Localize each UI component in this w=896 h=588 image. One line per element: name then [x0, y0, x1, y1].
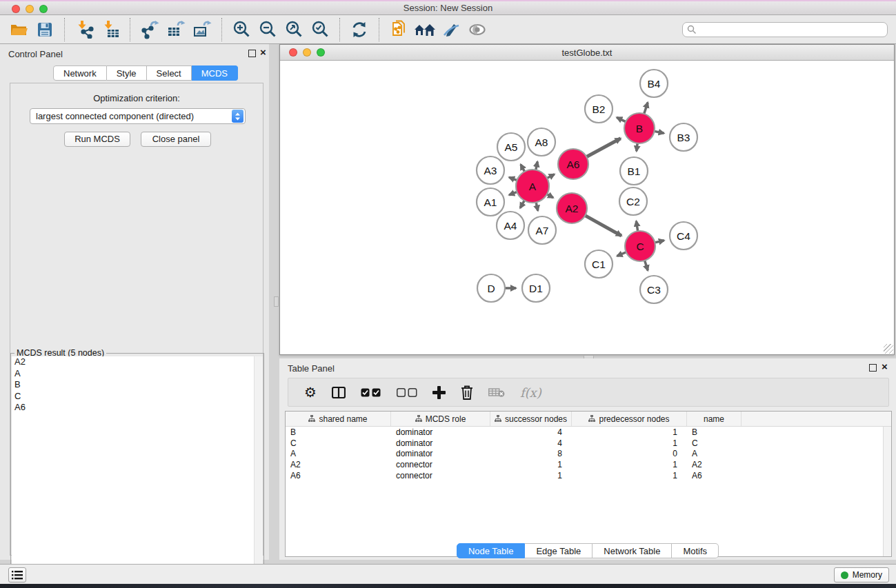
function-builder-icon[interactable]: f(x)	[520, 385, 541, 400]
result-list-item[interactable]: C	[12, 391, 254, 403]
graph-edge-A-A5[interactable]	[521, 164, 525, 171]
graph-node-B4[interactable]: B4	[640, 70, 668, 97]
add-column-icon[interactable]	[432, 386, 446, 399]
table-row[interactable]: A6connector11A6	[286, 470, 883, 481]
result-list-item[interactable]: B	[12, 379, 254, 391]
float-panel-icon[interactable]	[248, 50, 256, 57]
graph-node-B2[interactable]: B2	[585, 95, 613, 123]
graph-node-B[interactable]: B	[624, 113, 655, 143]
resize-grip[interactable]	[884, 344, 893, 354]
graph-node-B3[interactable]: B3	[670, 123, 697, 151]
export-image-icon[interactable]	[191, 19, 213, 41]
graph-node-C2[interactable]: C2	[619, 187, 647, 215]
table-scrollbar[interactable]	[883, 427, 891, 556]
tab-motifs[interactable]: Motifs	[672, 543, 719, 558]
table-header-row[interactable]: shared nameMCDS rolesuccessor nodesprede…	[286, 412, 891, 427]
graph-edge-A6-B[interactable]	[586, 139, 620, 157]
graph-edge-A-A4[interactable]	[520, 201, 524, 208]
graph-node-C3[interactable]: C3	[640, 276, 668, 303]
column-header-successor-nodes[interactable]: successor nodes	[490, 412, 572, 426]
refresh-layout-icon[interactable]	[348, 19, 370, 41]
column-header-name[interactable]: name	[687, 412, 741, 426]
graph-edge-B-B2[interactable]	[617, 117, 626, 121]
graph-node-A8[interactable]: A8	[528, 128, 555, 156]
zoom-in-icon[interactable]	[230, 19, 252, 41]
search-input[interactable]	[699, 25, 883, 34]
tab-style[interactable]: Style	[107, 65, 147, 81]
close-panel-button[interactable]: Close panel	[141, 132, 211, 147]
search-box[interactable]	[682, 22, 888, 37]
table-body[interactable]: Bdominator41BCdominator41CAdominator80AA…	[286, 427, 883, 556]
graph-node-A6[interactable]: A6	[558, 149, 588, 179]
float-table-panel-icon[interactable]	[869, 364, 877, 372]
graph-node-A5[interactable]: A5	[497, 133, 525, 161]
table-row[interactable]: Adominator80A	[286, 448, 883, 459]
graph-node-C4[interactable]: C4	[670, 222, 697, 250]
split-view-icon[interactable]	[332, 387, 346, 398]
graph-node-C1[interactable]: C1	[585, 250, 613, 278]
task-history-button[interactable]	[8, 567, 26, 582]
close-table-panel-icon[interactable]: ×	[882, 361, 888, 373]
home-view-icon[interactable]	[414, 19, 436, 41]
run-mcds-button[interactable]: Run MCDS	[64, 132, 130, 147]
settings-icon[interactable]: ⚙	[304, 384, 317, 401]
graph-node-D1[interactable]: D1	[522, 274, 550, 302]
zoom-fit-icon[interactable]	[283, 19, 305, 41]
select-all-icon[interactable]	[361, 388, 381, 397]
import-table-icon[interactable]	[99, 19, 121, 41]
table-row[interactable]: A2connector11A2	[286, 459, 883, 470]
export-network-icon[interactable]	[139, 19, 161, 41]
delete-column-icon[interactable]	[461, 385, 473, 400]
save-session-icon[interactable]	[34, 19, 56, 41]
network-canvas[interactable]: AA1A2A3A4A5A6A7A8BB1B2B3B4CC1C2C3C4DD1	[280, 61, 894, 354]
memory-button[interactable]: Memory	[834, 567, 889, 582]
graph-node-A7[interactable]: A7	[528, 216, 556, 244]
graph-edge-A-A3[interactable]	[509, 177, 517, 180]
mcds-result-list[interactable]: A2ABCA6	[12, 356, 254, 587]
graph-edge-A-A8[interactable]	[536, 161, 537, 170]
graph-node-C[interactable]: C	[625, 231, 655, 261]
graph-node-A1[interactable]: A1	[477, 188, 504, 216]
import-network-icon[interactable]	[73, 19, 95, 41]
result-scrollbar[interactable]	[254, 356, 263, 587]
graph-edge-C-C1[interactable]	[617, 252, 626, 256]
graph-edge-A-A7[interactable]	[536, 202, 538, 210]
result-list-item[interactable]: A	[12, 368, 254, 380]
graph-node-A4[interactable]: A4	[497, 212, 524, 239]
graph-edge-A2-C[interactable]	[585, 216, 621, 236]
delete-table-icon[interactable]	[488, 387, 505, 398]
criterion-dropdown[interactable]: largest connected component (directed)	[30, 108, 246, 124]
show-hide-graphics-icon[interactable]	[466, 19, 488, 41]
deselect-all-icon[interactable]	[397, 388, 417, 397]
graph-edge-A-A6[interactable]	[547, 174, 555, 179]
tab-node-table[interactable]: Node Table	[457, 543, 526, 558]
graph-node-A[interactable]: A	[516, 170, 549, 203]
column-header-MCDS-role[interactable]: MCDS role	[391, 412, 490, 426]
result-list-item[interactable]: A2	[12, 356, 254, 368]
table-row[interactable]: Bdominator41B	[286, 427, 883, 438]
tab-network[interactable]: Network	[53, 65, 107, 81]
tab-edge-table[interactable]: Edge Table	[525, 543, 593, 558]
graph-edge-C-C3[interactable]	[645, 261, 648, 270]
graph-node-A3[interactable]: A3	[477, 156, 504, 184]
graph-edge-C-C2[interactable]	[636, 221, 637, 232]
tab-mcds[interactable]: MCDS	[192, 65, 238, 81]
network-document-icon[interactable]	[388, 19, 410, 41]
export-table-icon[interactable]	[165, 19, 187, 41]
result-list-item[interactable]: A6	[12, 402, 254, 414]
graph-edge-B-B4[interactable]	[644, 103, 648, 114]
graph-edge-A-A1[interactable]	[509, 192, 517, 194]
graph-edge-B-B1[interactable]	[637, 143, 637, 151]
open-file-icon[interactable]	[8, 19, 30, 41]
graph-edge-A-A2[interactable]	[547, 194, 553, 198]
tab-select[interactable]: Select	[147, 65, 192, 81]
graph-node-A2[interactable]: A2	[557, 193, 587, 223]
vertical-divider-handle[interactable]	[274, 296, 279, 307]
column-header-shared-name[interactable]: shared name	[286, 412, 391, 426]
annotation-hide-icon[interactable]	[440, 19, 462, 41]
network-window-titlebar[interactable]: testGlobe.txt	[280, 45, 894, 61]
graph-edge-C-C4[interactable]	[655, 241, 664, 243]
tab-network-table[interactable]: Network Table	[593, 543, 672, 558]
table-row[interactable]: Cdominator41C	[286, 438, 883, 449]
graph-node-D[interactable]: D	[477, 274, 505, 302]
